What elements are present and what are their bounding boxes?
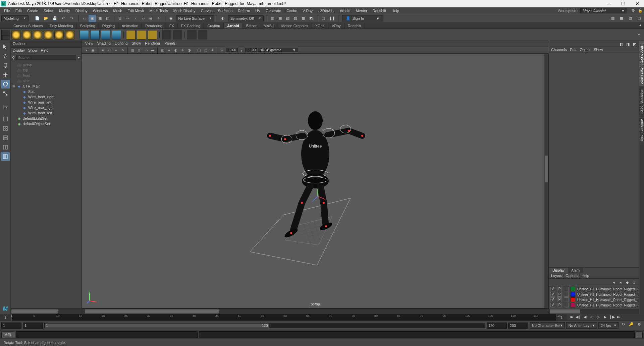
arnold-render-view-icon[interactable] <box>187 30 197 40</box>
layer-move-up-icon[interactable]: ◂ <box>611 280 616 285</box>
outliner-item-persp[interactable]: 🎥persp <box>11 62 82 67</box>
arnold-skydome-icon[interactable] <box>11 30 21 40</box>
use-lights-icon[interactable]: ☀ <box>179 47 185 53</box>
wireframe-icon[interactable]: ◫ <box>159 47 165 53</box>
two-pane-v-icon[interactable] <box>1 133 10 142</box>
outliner-search-input[interactable] <box>16 55 76 60</box>
layer-row[interactable]: V P Unitree_H1_Humanoid_Robot_Rigged_Bon… <box>549 297 639 302</box>
menu-deform[interactable]: Deform <box>235 8 253 13</box>
film-gate-icon[interactable]: ▯ <box>136 47 142 53</box>
outliner-pane-icon[interactable] <box>1 152 10 161</box>
ipr-icon[interactable]: ▨ <box>292 15 299 22</box>
move-tool-icon[interactable] <box>1 70 10 79</box>
menu-cache[interactable]: Cache <box>284 8 300 13</box>
minimize-button[interactable]: — <box>605 1 613 6</box>
shelf-tab-rigging[interactable]: Rigging <box>99 23 118 28</box>
layer-type-toggle[interactable] <box>564 292 569 297</box>
gamma-value[interactable]: 1.00 <box>245 48 257 52</box>
layer-color-swatch[interactable] <box>571 303 575 307</box>
vp-menu-show[interactable]: Show <box>132 41 141 46</box>
display-tab[interactable]: Display <box>549 268 568 273</box>
shelf-tab-animation[interactable]: Animation <box>118 23 142 28</box>
save-scene-icon[interactable]: 💾 <box>51 15 58 22</box>
menu-modify[interactable]: Modify <box>56 8 72 13</box>
select-tool-icon[interactable] <box>1 42 10 51</box>
four-pane-icon[interactable] <box>1 124 10 133</box>
mel-label[interactable]: MEL <box>1 331 15 338</box>
live-surface-dropdown[interactable]: No Live Surface▼ <box>176 15 214 21</box>
select-object-icon[interactable]: ▦ <box>96 15 104 22</box>
shelf-tab-fx-caching[interactable]: FX Caching <box>178 23 204 28</box>
hypershade-icon[interactable]: ▥ <box>269 15 276 22</box>
go-end-icon[interactable]: ⏭ <box>616 315 621 320</box>
step-back-key-icon[interactable]: ◀❙ <box>576 315 581 320</box>
loop-icon[interactable]: ↻ <box>620 322 627 329</box>
layer-row[interactable]: V P Unitree_H1_Humanoid_Robot_Rigged_Con… <box>549 302 639 308</box>
ch-show[interactable]: Show <box>594 48 603 52</box>
outliner-item-defaultlightset[interactable]: ◉defaultLightSet <box>11 116 82 121</box>
layers-scrollbar[interactable] <box>549 309 639 314</box>
anim-tab[interactable]: Anim <box>568 268 583 273</box>
last-tool-icon[interactable] <box>1 102 10 111</box>
command-input[interactable] <box>16 331 198 338</box>
layer-type-toggle[interactable] <box>564 287 569 291</box>
layer-row[interactable]: V P Unitree_H1_Humanoid_Robot_Rigged_Geo… <box>549 286 639 292</box>
vp-menu-lighting[interactable]: Lighting <box>115 41 128 46</box>
outliner-menu-help[interactable]: Help <box>41 48 49 53</box>
script-editor-icon[interactable] <box>636 331 643 338</box>
gate-mask-icon[interactable]: ▬ <box>150 47 156 53</box>
lasso-tool-icon[interactable] <box>1 52 10 60</box>
outliner-item-top[interactable]: 🎥top <box>11 67 82 73</box>
bookmark-icon[interactable]: ■ <box>100 47 106 53</box>
camera-attr-icon[interactable]: ◉ <box>90 47 96 53</box>
layers-options[interactable]: Options <box>566 274 578 278</box>
paint-select-tool-icon[interactable] <box>1 61 10 70</box>
exposure-icon[interactable]: ☼ <box>219 47 225 53</box>
new-scene-icon[interactable]: 📄 <box>34 15 41 22</box>
outliner-tree[interactable]: 🎥persp🎥top🎥front🎥side⊞◆CTR_Main◆Suit◆Wir… <box>11 61 82 308</box>
menu-mesh[interactable]: Mesh <box>110 8 125 13</box>
shelf-scroll-up-icon[interactable]: ▲ <box>637 21 644 28</box>
workspace-dropdown[interactable]: Maya Classic*▼ <box>580 8 627 13</box>
layer-type-toggle[interactable] <box>564 303 569 307</box>
outliner-item-wire_front_right[interactable]: ◆Wire_front_right <box>11 94 82 100</box>
character-set-dropdown[interactable]: No Character Set▾ <box>530 322 565 329</box>
snap-grid-icon[interactable]: ⊞ <box>116 15 124 22</box>
shelf-tab-poly-modeling[interactable]: Poly Modeling <box>46 23 76 28</box>
arnold-utility-icon[interactable] <box>148 30 157 40</box>
viewport-hscrollbar[interactable] <box>82 308 549 314</box>
cb-icon-2[interactable]: ◨ <box>625 42 631 47</box>
outliner-item-wire_rear_right[interactable]: ◆Wire_rear_right <box>11 105 82 110</box>
snap-curve-icon[interactable]: 〰 <box>124 15 131 22</box>
layer-color-swatch[interactable] <box>571 287 575 291</box>
layer-new-selected-icon[interactable]: ◇ <box>631 280 637 285</box>
step-forward-icon[interactable]: ▶ <box>602 315 608 320</box>
layer-visible-toggle[interactable]: V <box>550 292 555 297</box>
panel-layout-1-icon[interactable]: ▥ <box>609 15 616 22</box>
gamma-icon[interactable]: γ <box>238 47 245 53</box>
shelf-tab-vray[interactable]: VRay <box>328 23 344 28</box>
menu-v-ray[interactable]: V-Ray <box>300 8 315 13</box>
shelf-tab-redshift[interactable]: Redshift <box>344 23 365 28</box>
layer-visible-toggle[interactable]: V <box>550 297 555 302</box>
layer-visible-toggle[interactable]: V <box>550 287 555 291</box>
ch-object[interactable]: Object <box>580 48 590 52</box>
menu-edit-mesh[interactable]: Edit Mesh <box>125 8 147 13</box>
layer-playback-toggle[interactable]: P <box>557 303 562 307</box>
viewport-canvas[interactable]: Unitree y persp <box>82 54 549 308</box>
shadows-icon[interactable]: ◑ <box>186 47 192 53</box>
menu-display[interactable]: Display <box>73 8 90 13</box>
isolate-icon[interactable]: ◯ <box>196 47 202 53</box>
shelf-tab-fx[interactable]: FX <box>166 23 178 28</box>
shelf-tab-custom[interactable]: Custom <box>204 23 224 28</box>
layers-menu[interactable]: Layers <box>551 274 562 278</box>
menu-create[interactable]: Create <box>24 8 41 13</box>
layer-move-down-icon[interactable]: ◂ <box>618 280 623 285</box>
pause-icon[interactable]: ❚❚ <box>328 15 336 22</box>
shelf-tab-arnold[interactable]: Arnold <box>224 23 243 28</box>
time-slider[interactable]: 1 15101520253035404550556065707580859095… <box>0 314 644 321</box>
snap-live-icon[interactable]: ✧ <box>155 15 162 22</box>
layer-visible-toggle[interactable]: V <box>550 303 555 307</box>
arnold-curve-collector-icon[interactable] <box>90 30 100 40</box>
shelf-tab-bifrost[interactable]: Bifrost <box>243 23 260 28</box>
